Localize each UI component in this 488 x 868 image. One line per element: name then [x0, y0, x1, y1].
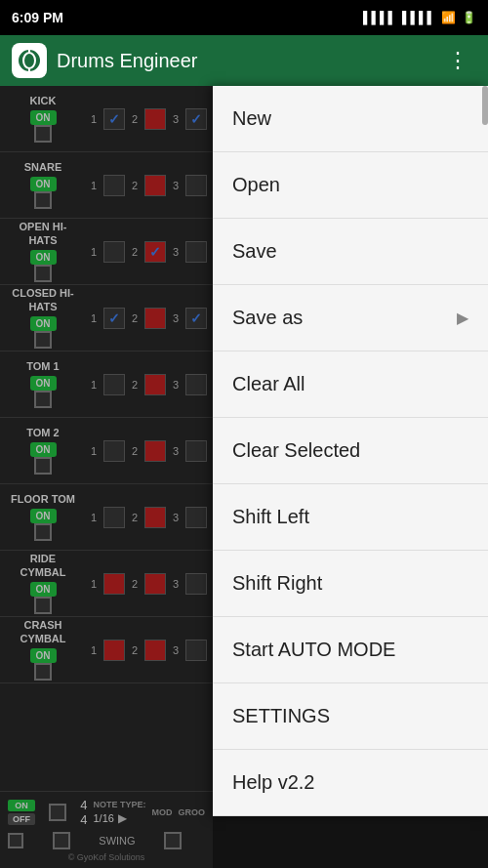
- menu-item-label-start-auto-mode: Start AUTO MODE: [232, 639, 395, 661]
- menu-item-settings[interactable]: SETTINGS: [213, 683, 488, 750]
- menu-item-label-help: Help v2.2: [232, 771, 315, 794]
- status-time: 6:09 PM: [12, 10, 63, 25]
- battery-icon: 🔋: [462, 11, 476, 24]
- main-content: KICKON1✓23✓SNAREON123OPEN HI-HATSON12✓3C…: [0, 86, 488, 868]
- menu-item-shift-left[interactable]: Shift Left: [213, 484, 488, 551]
- wifi-icon: 📶: [441, 11, 456, 24]
- menu-item-label-save-as: Save as: [232, 307, 303, 329]
- menu-items-container: NewOpenSaveSave as▶Clear AllClear Select…: [213, 86, 488, 816]
- app-logo: [12, 43, 47, 78]
- status-icons: ▌▌▌▌ ▌▌▌▌ 📶 🔋: [363, 11, 476, 24]
- status-bar: 6:09 PM ▌▌▌▌ ▌▌▌▌ 📶 🔋: [0, 0, 488, 35]
- signal-icon-2: ▌▌▌▌: [402, 11, 435, 24]
- menu-item-label-settings: SETTINGS: [232, 705, 330, 727]
- menu-item-label-save: Save: [232, 240, 277, 263]
- menu-item-save-as[interactable]: Save as▶: [213, 285, 488, 351]
- menu-item-open[interactable]: Open: [213, 152, 488, 219]
- menu-item-save[interactable]: Save: [213, 219, 488, 285]
- menu-item-start-auto-mode[interactable]: Start AUTO MODE: [213, 617, 488, 683]
- scroll-indicator: [482, 86, 488, 125]
- menu-item-label-clear-all: Clear All: [232, 373, 305, 395]
- menu-item-label-shift-left: Shift Left: [232, 506, 309, 528]
- dropdown-menu: NewOpenSaveSave as▶Clear AllClear Select…: [213, 86, 488, 816]
- menu-item-clear-all[interactable]: Clear All: [213, 351, 488, 418]
- menu-item-new[interactable]: New: [213, 86, 488, 152]
- menu-item-arrow-save-as: ▶: [457, 309, 468, 327]
- menu-item-label-shift-right: Shift Right: [232, 572, 322, 595]
- menu-item-clear-selected[interactable]: Clear Selected: [213, 418, 488, 484]
- menu-item-label-clear-selected: Clear Selected: [232, 439, 360, 462]
- signal-icon: ▌▌▌▌: [363, 11, 396, 24]
- menu-item-label-new: New: [232, 107, 271, 130]
- menu-item-help[interactable]: Help v2.2: [213, 750, 488, 816]
- menu-item-label-open: Open: [232, 174, 280, 196]
- top-bar: Drums Engineer ⋮: [0, 35, 488, 86]
- app-title: Drums Engineer: [57, 50, 429, 72]
- menu-item-shift-right[interactable]: Shift Right: [213, 551, 488, 617]
- menu-button[interactable]: ⋮: [439, 44, 476, 77]
